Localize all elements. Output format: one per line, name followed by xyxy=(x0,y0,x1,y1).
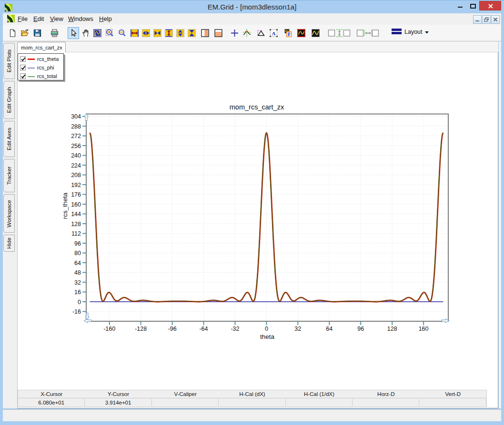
svg-text:80: 80 xyxy=(74,250,81,257)
svg-text:48: 48 xyxy=(74,269,81,276)
svg-text:112: 112 xyxy=(71,230,81,237)
svg-text:-160: -160 xyxy=(103,326,115,332)
svg-text:-128: -128 xyxy=(135,326,147,332)
svg-text:224: 224 xyxy=(71,162,81,169)
svg-text:16: 16 xyxy=(74,289,81,296)
svg-text:64: 64 xyxy=(326,326,333,332)
svg-text:288: 288 xyxy=(71,123,81,130)
svg-text:-16: -16 xyxy=(72,308,81,315)
svg-text:A: A xyxy=(272,30,276,36)
svg-text:208: 208 xyxy=(71,172,81,178)
svg-text:32: 32 xyxy=(294,326,301,332)
svg-text:-64: -64 xyxy=(199,326,208,332)
svg-text:-96: -96 xyxy=(168,326,177,332)
svg-text:96: 96 xyxy=(357,326,364,332)
svg-text:128: 128 xyxy=(71,221,81,227)
svg-text:mom_rcs_cart_zx: mom_rcs_cart_zx xyxy=(230,103,284,111)
svg-text:240: 240 xyxy=(71,152,81,159)
svg-text:176: 176 xyxy=(71,191,81,198)
svg-text:192: 192 xyxy=(71,182,81,188)
svg-text:-32: -32 xyxy=(231,326,239,332)
svg-text:128: 128 xyxy=(387,326,397,332)
svg-text:160: 160 xyxy=(71,201,81,208)
svg-text:theta: theta xyxy=(260,333,275,340)
svg-text:144: 144 xyxy=(71,211,81,217)
svg-text:96: 96 xyxy=(74,240,81,247)
svg-text:160: 160 xyxy=(419,326,429,332)
svg-text:0: 0 xyxy=(265,326,268,332)
svg-text:64: 64 xyxy=(74,260,81,267)
svg-text:256: 256 xyxy=(71,143,81,149)
svg-text:32: 32 xyxy=(74,279,81,286)
svg-text:304: 304 xyxy=(71,113,81,120)
svg-text:272: 272 xyxy=(71,133,81,139)
svg-text:0: 0 xyxy=(78,299,81,306)
